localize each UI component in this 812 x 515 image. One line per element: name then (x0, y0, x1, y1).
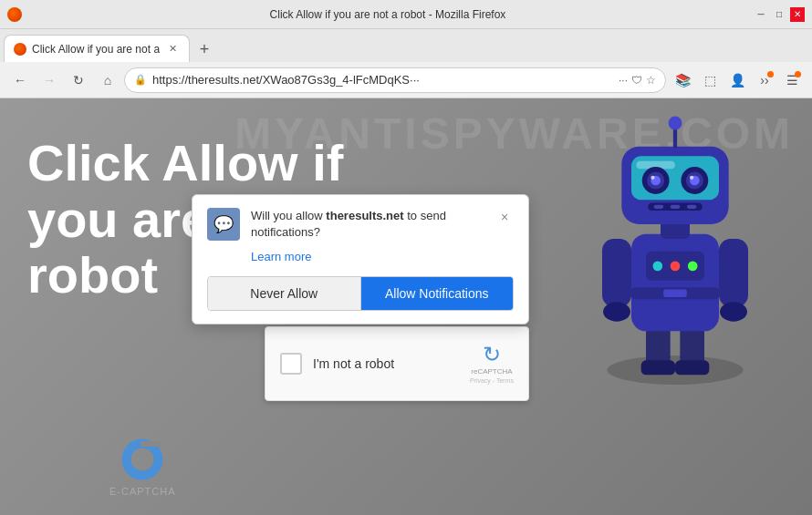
address-bar-icons: ··· 🛡 ☆ (619, 74, 656, 87)
ecaptcha-label: E-CAPTCHA (109, 486, 176, 497)
home-button[interactable]: ⌂ (95, 67, 120, 93)
popup-header: 💬 Will you allow theresults.net to send … (207, 208, 514, 241)
recaptcha-logo: ↻ reCAPTCHA Privacy - Terms (470, 344, 514, 384)
svg-point-10 (603, 302, 630, 321)
library-icon[interactable]: 📚 (670, 67, 695, 93)
tab-close-button[interactable]: ✕ (165, 42, 180, 57)
ecaptcha-logo: E-CAPTCHA (109, 437, 176, 497)
security-icon: 🔒 (134, 74, 147, 86)
svg-point-11 (720, 302, 747, 321)
bookmark-icon[interactable]: ☆ (646, 74, 656, 87)
svg-rect-5 (631, 234, 719, 332)
new-tab-button[interactable]: + (192, 36, 217, 62)
popup-site-name: theresults.net (326, 209, 403, 222)
notification-popup: 💬 Will you allow theresults.net to send … (192, 194, 529, 324)
svg-rect-34 (141, 441, 161, 447)
svg-rect-27 (687, 205, 697, 209)
forward-button[interactable]: → (36, 67, 62, 93)
url-display: https://theresults.net/XWao87Gs3g_4-lFcM… (152, 73, 613, 87)
recaptcha-widget[interactable]: I'm not a robot ↻ reCAPTCHA Privacy - Te… (265, 326, 529, 401)
svg-rect-25 (654, 205, 664, 209)
svg-rect-28 (673, 127, 677, 148)
svg-point-32 (671, 262, 681, 272)
svg-rect-7 (663, 289, 687, 297)
more-options-icon[interactable]: ··· (619, 74, 628, 87)
popup-text-area: Will you allow theresults.net to send no… (251, 208, 484, 241)
svg-point-23 (690, 176, 693, 180)
svg-rect-8 (602, 239, 631, 307)
recaptcha-links: Privacy - Terms (470, 377, 514, 384)
svg-point-33 (688, 262, 698, 272)
robot-image (566, 108, 785, 399)
popup-chat-icon: 💬 (207, 208, 240, 241)
shield-icon: 🛡 (631, 74, 642, 87)
never-allow-button[interactable]: Never Allow (208, 277, 361, 310)
tab-bar: Click Allow if you are not a ✕ + (0, 29, 812, 62)
recaptcha-checkbox[interactable] (280, 353, 302, 375)
refresh-button[interactable]: ↻ (66, 67, 91, 93)
tab-label: Click Allow if you are not a (32, 43, 160, 56)
maximize-button[interactable]: □ (772, 7, 786, 22)
window-title: Click Allow if you are not a robot - Moz… (29, 8, 746, 21)
close-button[interactable]: ✕ (790, 7, 805, 22)
popup-message: Will you allow theresults.net to send no… (251, 208, 484, 241)
svg-rect-3 (641, 360, 675, 375)
allow-notifications-button[interactable]: Allow Notifications (361, 277, 514, 310)
synced-tabs-icon[interactable]: ⬚ (697, 67, 723, 93)
learn-more-link[interactable]: Learn more (251, 250, 514, 263)
svg-point-31 (652, 262, 662, 272)
recaptcha-label: I'm not a robot (313, 356, 459, 371)
address-bar: ← → ↻ ⌂ 🔒 https://theresults.net/XWao87G… (0, 62, 812, 98)
page-content: MYANTISPYWARE.COM Click Allow if you are… (0, 98, 812, 515)
ecaptcha-icon (120, 437, 165, 482)
toolbar-icons: 📚 ⬚ 👤 ›› ☰ (670, 67, 805, 93)
popup-close-button[interactable]: × (495, 208, 514, 226)
recaptcha-brand: reCAPTCHA (471, 367, 512, 376)
minimize-button[interactable]: ─ (754, 7, 768, 22)
firefox-icon (7, 7, 22, 22)
window-controls: ─ □ ✕ (754, 7, 805, 22)
more-tools-icon[interactable]: ›› (752, 67, 777, 93)
profile-icon[interactable]: 👤 (724, 67, 750, 93)
address-bar-input[interactable]: 🔒 https://theresults.net/XWao87Gs3g_4-lF… (124, 67, 666, 93)
svg-rect-9 (719, 239, 748, 307)
svg-rect-26 (671, 205, 681, 209)
svg-rect-4 (675, 360, 709, 375)
browser-window: Click Allow if you are not a robot - Moz… (0, 0, 812, 515)
svg-point-29 (669, 117, 682, 130)
svg-point-19 (651, 176, 654, 180)
active-tab[interactable]: Click Allow if you are not a ✕ (4, 35, 190, 62)
title-bar: Click Allow if you are not a robot - Moz… (0, 0, 812, 29)
tab-favicon (14, 43, 26, 56)
popup-buttons: Never Allow Allow Notifications (207, 276, 514, 311)
menu-button[interactable]: ☰ (779, 67, 805, 93)
back-button[interactable]: ← (7, 67, 33, 93)
